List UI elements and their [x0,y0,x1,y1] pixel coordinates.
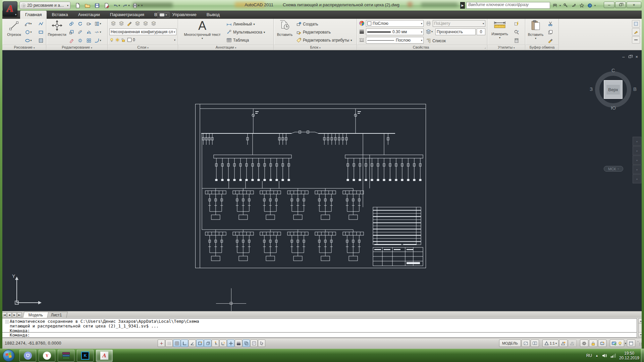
showmotion-icon[interactable]: ◦ [633,174,641,183]
clean-screen-button[interactable] [627,340,635,347]
viewcube[interactable]: С Ю З В Верх [592,69,634,110]
taskbar-app-autocad[interactable]: A [96,350,113,362]
layer-current-row[interactable]: 0 ▾ [109,37,176,43]
fillet-icon[interactable]: ▾ [94,37,102,44]
doc-restore-button[interactable] [629,56,631,58]
quick-select-icon[interactable] [513,20,521,27]
doc-minimize-button[interactable]: – [622,54,625,59]
tab-model[interactable]: Модель [23,312,49,318]
panel-label-block[interactable]: Блок ▾ [274,45,357,50]
annotation-item-2[interactable]: Таблица [226,36,265,44]
copy-clip-icon[interactable] [546,28,554,36]
satellite-icon[interactable] [570,2,577,8]
lineweight-icon[interactable] [359,29,365,36]
toggle-dyn[interactable] [227,340,234,347]
transparency-field[interactable]: Прозрачность [435,28,476,35]
measure-button[interactable]: Измерить ▾ [489,20,511,40]
annotation-item-0[interactable]: Линейный▾ [226,20,265,28]
first-tab-button[interactable]: |◀ [2,312,7,317]
viewcube-west[interactable]: З [590,86,593,92]
match-properties-icon[interactable] [546,37,554,44]
annotation-auto-scale-button[interactable] [568,340,577,347]
sidebar-tool-button[interactable] [632,36,640,44]
ribbon-tab-Главная[interactable]: Главная [20,11,47,19]
quick-view-layouts-button[interactable] [522,340,530,347]
toggle-otrack[interactable] [212,340,219,347]
mirror-array-icon[interactable]: ▾ [94,20,102,27]
viewcube-south[interactable]: Ю [611,105,616,111]
rotate-icon[interactable] [76,20,84,27]
toggle-ortho[interactable] [181,340,188,347]
sidebar-tool-button[interactable] [632,20,640,27]
volume-icon[interactable] [602,353,607,358]
block-item-2[interactable]: Редактировать атрибуты▾ [296,36,352,44]
array-icon[interactable] [85,37,93,44]
ribbon-tab-Вывод[interactable]: Вывод [202,11,225,19]
list-button[interactable]: Список [426,37,446,45]
break-icon[interactable]: ▾ [94,28,102,36]
open-button[interactable] [83,1,92,9]
layer-isolate-icon[interactable] [125,20,133,27]
block-item-0[interactable]: Создать [296,20,352,28]
workspace-switch-button[interactable] [580,340,588,347]
toggle-quick-properties[interactable] [250,340,258,347]
insert-block-button[interactable]: Вставить [275,20,294,37]
restore-button[interactable] [615,2,626,8]
transparency-layers-icon[interactable]: ▾ [426,29,433,35]
annotation-item-1[interactable]: Мультивыноска▾ [226,28,265,36]
key-icon[interactable] [562,2,569,8]
resize-grip[interactable] [637,341,642,346]
wcs-menu-button[interactable]: МСК ▿ [604,166,623,172]
trim-icon[interactable] [85,20,93,27]
move-button[interactable]: Перенести [47,20,67,37]
offset-icon[interactable] [76,28,84,36]
toggle-grid-dots[interactable] [165,340,173,347]
steering-wheel-icon[interactable]: ◦ [633,137,641,146]
ellipse-icon[interactable]: ▾ [24,37,32,44]
toggle-lineweight-toggle[interactable] [235,340,242,347]
prev-tab-button[interactable]: ◀ [7,312,12,317]
show-desktop-button[interactable] [641,349,644,362]
help-icon[interactable]: ? [586,2,593,8]
tray-dropdown-icon[interactable]: ▾ [625,342,626,345]
mtext-button[interactable]: A Многострочный текст ▾ [180,20,224,41]
tab-layout1[interactable]: Лист1 [45,312,68,318]
toggle-grid[interactable] [173,340,180,347]
circle-icon[interactable]: ▾ [24,28,32,36]
toggle-osnap-3d[interactable] [204,340,211,347]
zoom-icon[interactable]: ◦ [633,156,641,165]
cut-icon[interactable] [546,20,554,27]
redo-button[interactable]: ▾ [122,1,130,9]
viewcube-top-face[interactable]: Верх [604,80,623,99]
next-tab-button[interactable]: ▶ [12,312,17,317]
taskbar-app-yandex[interactable]: Y [39,350,55,362]
application-menu-button[interactable]: A ▾ [3,1,17,17]
layer-off-icon[interactable] [150,20,158,27]
pan-icon[interactable]: ◦ [633,146,641,155]
hardware-acceleration-button[interactable] [598,340,606,347]
ribbon-tab-Вставка[interactable]: Вставка [47,11,73,19]
viewcube-east[interactable]: В [633,86,637,92]
ribbon-tab-Управление[interactable]: Управление [167,11,201,19]
workspace-switcher[interactable]: 2D рисование и аннот... ▾ [19,2,70,9]
coordinates-readout[interactable]: 1882.2474, -61.8760, 0.0000 [5,341,61,346]
save-button[interactable] [93,1,101,9]
minimize-button[interactable]: – [604,2,614,8]
paste-button[interactable]: Вставить ▾ [526,20,545,41]
start-button[interactable] [3,350,15,362]
annotation-scale-button[interactable]: 1:1 ▾ [542,340,558,347]
toggle-osnap[interactable] [196,340,204,347]
panel-label-utilities[interactable]: Утилиты ▾ [488,45,525,50]
lineweight-combo[interactable]: 0.30 мм ▾ [366,28,424,35]
orbit-icon[interactable]: ◦ [633,165,641,174]
toggle-transparency-toggle[interactable] [243,340,250,347]
ribbon-tab-Параметризация[interactable]: Параметризация [105,11,149,19]
star-icon[interactable] [578,2,585,8]
block-item-1[interactable]: Редактировать [296,28,352,36]
qat-customize-icon[interactable]: ▾ [141,4,143,7]
ribbon-tab-Аннотации[interactable]: Аннотации [73,11,105,19]
taskbar-clock[interactable]: 19:50 20.12.2019 [619,351,639,360]
color-wheel-icon[interactable] [359,20,365,27]
rectangle-icon[interactable] [37,28,45,36]
viewcube-north[interactable]: С [611,67,615,73]
